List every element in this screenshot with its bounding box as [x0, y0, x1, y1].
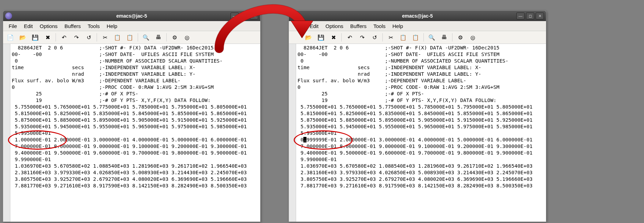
toolbar-separator: [452, 33, 452, 41]
toolbar-separator: [341, 33, 342, 41]
help-icon[interactable]: ◎: [468, 32, 478, 43]
prefs-icon[interactable]: ⚙: [455, 32, 466, 43]
search-icon[interactable]: 🔍: [427, 32, 437, 43]
menu-tools[interactable]: Tools: [370, 22, 389, 30]
open-file-icon[interactable]: 📂: [18, 32, 28, 43]
fringe: [289, 44, 296, 222]
window-controls: — ◻ ✕: [516, 12, 544, 19]
menu-buffers[interactable]: Buffers: [61, 22, 84, 30]
menu-edit[interactable]: Edit: [306, 22, 322, 30]
editor-area: 82864JET 2 0 6 ;-SHOT #- F(X) DATA -UF2D…: [3, 44, 260, 222]
minimize-button[interactable]: —: [231, 12, 239, 19]
menu-help[interactable]: Help: [103, 22, 121, 30]
menu-options[interactable]: Options: [322, 22, 347, 30]
emacs-window-right: emacs@jac-5 — ◻ ✕ File Edit Options Buff…: [289, 10, 546, 222]
close-icon[interactable]: ✖: [328, 32, 339, 43]
window-title: emacs@jac-5: [116, 13, 147, 19]
undo-icon[interactable]: ↶: [344, 32, 355, 43]
menu-tools[interactable]: Tools: [84, 22, 103, 30]
toolbar-separator: [382, 33, 383, 41]
menubar: File Edit Options Buffers Tools Help: [3, 21, 260, 31]
menu-options[interactable]: Options: [36, 22, 61, 30]
cut-icon[interactable]: ✂: [100, 32, 110, 43]
toolbar-separator: [166, 33, 167, 41]
menu-edit[interactable]: Edit: [20, 22, 36, 30]
save-icon[interactable]: 💾: [316, 32, 326, 43]
close-window-button[interactable]: ✕: [536, 12, 544, 19]
revert-icon[interactable]: ↺: [84, 32, 94, 43]
toolbar-separator: [138, 33, 138, 41]
maximize-button[interactable]: ◻: [240, 12, 248, 19]
menubar: File Edit Options Buffers Tools Help: [289, 21, 546, 31]
help-icon[interactable]: ◎: [182, 32, 192, 43]
new-file-icon[interactable]: 📄: [5, 32, 16, 43]
titlebar[interactable]: emacs@jac-5 — ◻ ✕: [3, 11, 260, 21]
open-file-icon[interactable]: 📂: [303, 32, 314, 43]
close-icon[interactable]: ✖: [42, 32, 53, 43]
emacs-app-icon: [291, 12, 298, 19]
editor-area: 82864JET 2 0 6 ;-SHOT #- F(X) DATA -UF2D…: [289, 44, 546, 222]
window-title: emacs@jac-5: [402, 13, 433, 19]
menu-file[interactable]: File: [5, 22, 20, 30]
titlebar[interactable]: emacs@jac-5 — ◻ ✕: [289, 11, 546, 21]
undo-icon[interactable]: ↶: [59, 32, 69, 43]
print-icon[interactable]: 🖶: [153, 32, 164, 43]
emacs-app-icon: [5, 12, 12, 19]
text-cursor: .: [303, 137, 306, 142]
toolbar-separator: [56, 33, 56, 41]
menu-help[interactable]: Help: [389, 22, 407, 30]
prefs-icon[interactable]: ⚙: [169, 32, 180, 43]
search-icon[interactable]: 🔍: [141, 32, 151, 43]
toolbar: 📄📂💾✖↶↷↺✂📋📋🔍🖶⚙◎: [3, 31, 260, 44]
copy-icon[interactable]: 📋: [398, 32, 408, 43]
revert-icon[interactable]: ↺: [369, 32, 380, 43]
text-buffer[interactable]: 82864JET 2 0 6 ;-SHOT #- F(X) DATA -UF2D…: [10, 44, 260, 222]
maximize-button[interactable]: ◻: [526, 12, 534, 19]
toolbar-separator: [423, 33, 424, 41]
fringe: [3, 44, 10, 222]
cut-icon[interactable]: ✂: [386, 32, 396, 43]
save-icon[interactable]: 💾: [30, 32, 40, 43]
copy-icon[interactable]: 📋: [112, 32, 123, 43]
paste-icon[interactable]: 📋: [125, 32, 135, 43]
toolbar-separator: [97, 33, 97, 41]
text-buffer[interactable]: 82864JET 2 0 6 ;-SHOT #- F(X) DATA -UF2D…: [296, 44, 546, 222]
emacs-window-left: emacs@jac-5 — ◻ ✕ File Edit Options Buff…: [3, 10, 261, 222]
redo-icon[interactable]: ↷: [71, 32, 81, 43]
close-window-button[interactable]: ✕: [250, 12, 258, 19]
print-icon[interactable]: 🖶: [439, 32, 449, 43]
menu-buffers[interactable]: Buffers: [347, 22, 370, 30]
window-controls: — ◻ ✕: [231, 12, 258, 19]
minimize-button[interactable]: —: [516, 12, 525, 19]
toolbar: 📄📂💾✖↶↷↺✂📋📋🔍🖶⚙◎: [289, 31, 546, 44]
paste-icon[interactable]: 📋: [410, 32, 421, 43]
redo-icon[interactable]: ↷: [357, 32, 367, 43]
